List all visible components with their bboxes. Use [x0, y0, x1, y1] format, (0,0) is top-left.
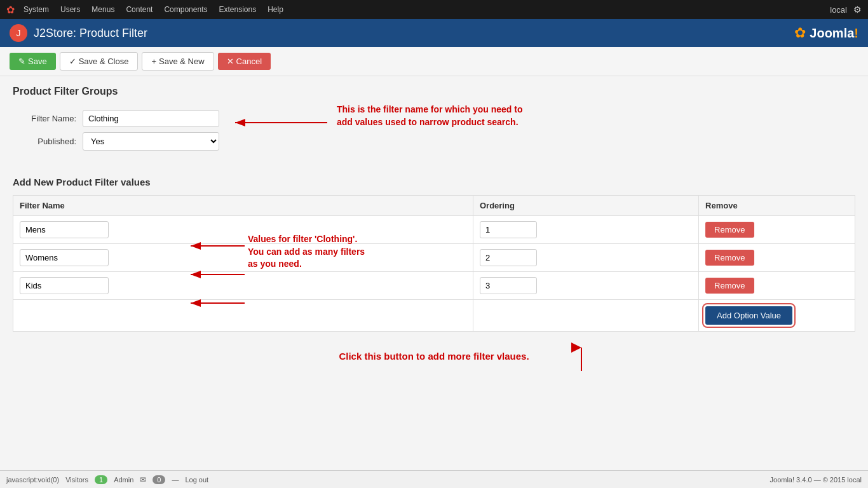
nav-help[interactable]: Help [262, 5, 288, 14]
add-option-ordering-cell [473, 300, 698, 332]
top-nav: ✿ System Users Menus Content Components … [0, 0, 868, 19]
row1-ordering-input[interactable] [480, 221, 537, 238]
row1-name-input[interactable] [20, 221, 109, 238]
row1-name-cell [13, 216, 473, 244]
published-group: Published: Yes No [13, 132, 855, 151]
subsection-title: Add New Product Filter values [13, 177, 855, 187]
table-row: Remove [13, 244, 855, 272]
add-option-cell: Add Option Value [699, 300, 855, 332]
add-option-button[interactable]: Add Option Value [705, 306, 792, 325]
nav-menu: ✿ System Users Menus Content Components … [6, 4, 288, 16]
table-row: Remove [13, 216, 855, 244]
filter-name-input[interactable] [83, 110, 219, 127]
gear-icon[interactable]: ⚙ [853, 4, 862, 15]
joomla-logo-icon: ✿ [794, 25, 806, 41]
col-header-filter-name: Filter Name [13, 196, 473, 216]
filter-name-label: Filter Name: [13, 114, 83, 123]
joomla-icon: ✿ [6, 4, 15, 16]
nav-menus[interactable]: Menus [86, 5, 119, 14]
published-select[interactable]: Yes No [83, 132, 219, 151]
cancel-icon: ✕ [227, 57, 234, 66]
joomla-brand-text: Joomla! [810, 26, 858, 41]
header-title-text: J2Store: Product Filter [34, 27, 147, 40]
add-button-annotation: Click this button to add more filter vla… [13, 351, 855, 362]
table-annotation-area: Filter Name Ordering Remove [13, 195, 855, 362]
nav-extensions[interactable]: Extensions [214, 5, 261, 14]
filter-name-annotation: This is the filter name for which you ne… [337, 104, 527, 128]
row2-name-cell [13, 244, 473, 272]
nav-users[interactable]: Users [55, 5, 85, 14]
row3-remove-button[interactable]: Remove [705, 278, 754, 294]
nav-components[interactable]: Components [159, 5, 212, 14]
page-header-title: J J2Store: Product Filter [10, 24, 147, 42]
local-label: local [830, 5, 847, 15]
row3-remove-cell: Remove [699, 272, 855, 300]
col-header-remove: Remove [699, 196, 855, 216]
row1-remove-button[interactable]: Remove [705, 222, 754, 238]
save-icon: ✎ [18, 57, 25, 66]
row1-ordering-cell [473, 216, 698, 244]
nav-system[interactable]: System [18, 5, 54, 14]
add-option-row: Add Option Value [13, 300, 855, 332]
published-label: Published: [13, 137, 83, 146]
table-row: Remove [13, 272, 855, 300]
row1-remove-cell: Remove [699, 216, 855, 244]
filter-table: Filter Name Ordering Remove [13, 195, 855, 332]
header-bar: J J2Store: Product Filter ✿ Joomla! [0, 19, 868, 47]
row2-ordering-input[interactable] [480, 249, 537, 266]
cancel-button[interactable]: ✕ Cancel [218, 53, 271, 70]
save-button[interactable]: ✎ Save [10, 53, 56, 70]
row3-ordering-input[interactable] [480, 277, 537, 294]
col-header-ordering: Ordering [473, 196, 698, 216]
row2-remove-button[interactable]: Remove [705, 250, 754, 266]
row2-ordering-cell [473, 244, 698, 272]
main-content: Product Filter Groups Filter Name: Publi… [0, 76, 868, 371]
values-annotation: Values for filter 'Clothing'. You can ad… [248, 233, 375, 271]
row2-remove-cell: Remove [699, 244, 855, 272]
toolbar: ✎ Save ✓ Save & Close + Save & New ✕ Can… [0, 47, 868, 76]
save-new-button[interactable]: + Save & New [142, 52, 214, 71]
row3-ordering-cell [473, 272, 698, 300]
joomla-brand: ✿ Joomla! [794, 25, 858, 41]
nav-right: local ⚙ [830, 4, 862, 15]
row3-name-input[interactable] [20, 277, 109, 294]
save-close-button[interactable]: ✓ Save & Close [60, 52, 139, 71]
plus-icon: + [151, 57, 156, 66]
row2-name-input[interactable] [20, 249, 109, 266]
j2store-icon: J [10, 24, 27, 42]
nav-content[interactable]: Content [121, 5, 158, 14]
section-title: Product Filter Groups [13, 86, 855, 100]
add-option-name-cell [13, 300, 473, 332]
row3-name-cell [13, 272, 473, 300]
check-icon: ✓ [69, 57, 76, 66]
filter-table-wrapper: Filter Name Ordering Remove [13, 195, 855, 332]
